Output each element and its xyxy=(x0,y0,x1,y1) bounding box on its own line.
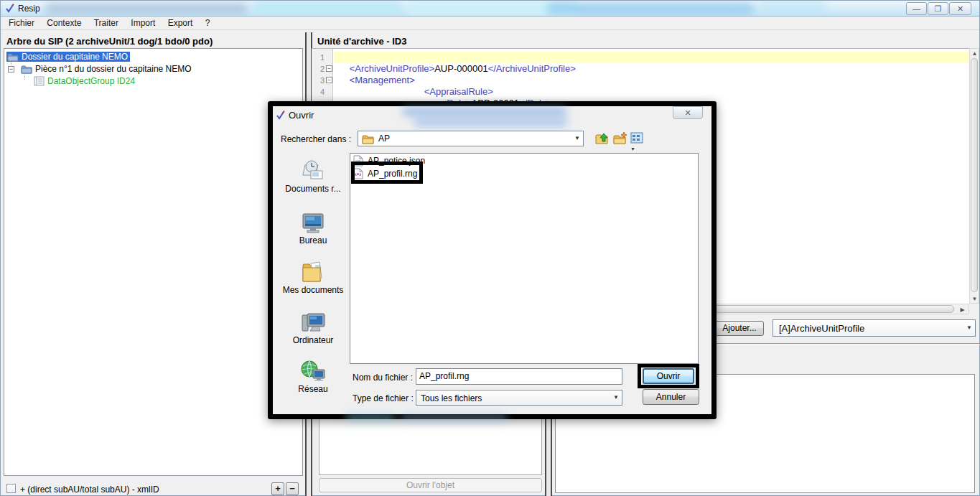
documents-folder-icon xyxy=(301,261,325,284)
tree-selection: Dossier du capitaine NEMO xyxy=(6,52,130,62)
folder-icon xyxy=(7,52,19,62)
blur-redaction xyxy=(400,413,508,422)
close-button[interactable]: ✕ xyxy=(949,2,971,15)
chevron-down-icon: ▼ xyxy=(574,135,580,141)
dialog-close-button[interactable]: ✕ xyxy=(673,106,703,119)
resip-logo-icon xyxy=(5,3,15,13)
tree-row-dossier-nemo[interactable]: Dossier du capitaine NEMO xyxy=(6,51,130,62)
archive-unit-header: Unité d'archive - ID3 xyxy=(317,36,406,47)
titlebar-blur-redaction xyxy=(758,1,826,15)
menu-contexte[interactable]: Contexte xyxy=(42,17,86,30)
resip-logo-icon xyxy=(276,110,286,120)
place-label: Ordinateur xyxy=(279,335,347,345)
scroll-right-icon[interactable]: ▶ xyxy=(959,307,966,313)
restore-icon: ❐ xyxy=(935,4,942,13)
look-in-select[interactable]: AP ▼ xyxy=(358,131,584,146)
place-reseau[interactable]: Réseau xyxy=(279,360,347,394)
ouvrir-objet-label: Ouvrir l'objet xyxy=(406,480,454,490)
editor-vertical-scrollbar[interactable]: ▲ ▼ xyxy=(969,48,979,304)
window-title: Resip xyxy=(18,4,40,14)
computer-icon xyxy=(300,311,326,334)
metadata-type-select[interactable]: [A]ArchiveUnitProfile ▼ xyxy=(773,319,976,337)
scroll-down-icon[interactable]: ▼ xyxy=(971,296,978,302)
menu-import[interactable]: Import xyxy=(126,17,160,30)
file-type-label: Type de fichier : xyxy=(353,393,414,403)
place-mes-documents[interactable]: Mes documents xyxy=(279,261,347,295)
sip-tree-box xyxy=(4,48,303,476)
collapse-expander-icon[interactable]: − xyxy=(8,66,14,72)
metadata-type-value: [A]ArchiveUnitProfile xyxy=(779,323,864,334)
annotation-highlight-file xyxy=(351,162,423,184)
minimize-icon: — xyxy=(913,4,920,13)
minus-icon: − xyxy=(289,483,295,494)
desktop-icon xyxy=(301,212,325,234)
tree-item-label: Dossier du capitaine NEMO xyxy=(22,52,128,62)
resip-window: Resip — ❐ ✕ Fichier Contexte Traiter Imp… xyxy=(0,0,980,496)
chevron-down-icon: ▼ xyxy=(613,394,619,401)
subau-checkbox[interactable] xyxy=(6,484,16,493)
xml-line-4: <Rule>APP-00001</Rule> xyxy=(334,86,969,98)
place-label: Mes documents xyxy=(279,285,347,295)
menu-fichier[interactable]: Fichier xyxy=(4,17,39,30)
restore-button[interactable]: ❐ xyxy=(928,2,948,15)
titlebar-blur-redaction xyxy=(546,2,755,15)
file-name-value: AP_profil.rng xyxy=(419,371,469,381)
look-in-label: Rechercher dans : xyxy=(281,134,351,144)
dialog-blur-redaction xyxy=(402,107,567,116)
place-recent-documents[interactable]: Documents r... xyxy=(279,158,347,194)
ajouter-button[interactable]: Ajouter... xyxy=(715,321,764,336)
plus-icon: + xyxy=(275,483,281,494)
vertical-scroll-thumb[interactable] xyxy=(971,58,978,292)
view-menu-button[interactable]: ▼ xyxy=(630,131,650,146)
tree-row-piece-1[interactable]: − Pièce n°1 du dossier du capitaine NEMO xyxy=(8,63,192,75)
expand-tree-button[interactable]: + xyxy=(271,482,284,495)
ajouter-button-label: Ajouter... xyxy=(722,323,756,333)
fold-toggle-icon[interactable]: − xyxy=(326,77,332,83)
tree-row-dataobjectgroup[interactable]: DataObjectGroup ID24 xyxy=(34,75,135,87)
scroll-up-icon[interactable]: ▲ xyxy=(971,50,978,57)
sip-tree-header: Arbre du SIP (2 archiveUnit/1 dog/1 bdo/… xyxy=(6,36,213,47)
ouvrir-objet-button[interactable]: Ouvrir l'objet xyxy=(319,478,542,492)
line-number: 4 xyxy=(313,86,325,98)
fold-toggle-icon[interactable]: − xyxy=(326,65,332,72)
collapse-tree-button[interactable]: − xyxy=(286,482,299,495)
xml-line-3: <AppraisalRule> xyxy=(334,75,969,86)
line-number: 1 xyxy=(313,52,325,63)
tree-item-label: Pièce n°1 du dossier du capitaine NEMO xyxy=(35,64,192,74)
file-name-input[interactable]: AP_profil.rng xyxy=(416,368,622,385)
line-number: 2 xyxy=(313,63,325,75)
subau-checkbox-label: + (direct subAU/total subAU) - xmlID xyxy=(20,485,159,495)
menu-bar: Fichier Contexte Traiter Import Export ? xyxy=(1,17,979,30)
file-list-box[interactable]: AP_notice.json ‹•› AP_profil.rng xyxy=(350,153,699,364)
up-one-level-button[interactable] xyxy=(594,131,609,146)
close-icon: ✕ xyxy=(684,108,691,117)
minimize-button[interactable]: — xyxy=(906,2,927,15)
file-type-value: Tous les fichiers xyxy=(421,393,482,403)
place-bureau[interactable]: Bureau xyxy=(279,212,347,245)
tree-item-label: DataObjectGroup ID24 xyxy=(47,76,135,86)
place-label: Réseau xyxy=(279,384,347,394)
dataobjectgroup-icon xyxy=(34,76,45,86)
dialog-cancel-label: Annuler xyxy=(656,392,686,402)
file-name-label: Nom du fichier : xyxy=(353,373,413,383)
menu-traiter[interactable]: Traiter xyxy=(89,17,123,30)
open-file-dialog: Ouvrir ✕ Rechercher dans : AP ▼ xyxy=(268,101,717,419)
chevron-down-icon: ▼ xyxy=(966,324,972,331)
menu-export[interactable]: Export xyxy=(163,17,198,30)
dialog-title: Ouvrir xyxy=(289,110,314,121)
recent-documents-icon xyxy=(301,158,325,182)
dialog-cancel-button[interactable]: Annuler xyxy=(643,389,699,405)
xml-line-1: <ArchiveUnitProfile>AUP-000001</ArchiveU… xyxy=(334,52,969,63)
xml-line-2: <Management> xyxy=(334,63,969,75)
folder-icon xyxy=(362,134,374,144)
place-label: Documents r... xyxy=(279,184,347,194)
file-type-select[interactable]: Tous les fichiers ▼ xyxy=(416,390,622,406)
place-ordinateur[interactable]: Ordinateur xyxy=(279,311,347,345)
blur-redaction xyxy=(345,413,396,422)
menu-help[interactable]: ? xyxy=(200,17,215,30)
titlebar-blur-redaction xyxy=(252,1,403,17)
line-number: 3 xyxy=(313,75,325,86)
annotation-highlight-open-button xyxy=(638,364,699,388)
network-icon xyxy=(300,360,326,383)
new-folder-button[interactable] xyxy=(613,131,627,146)
